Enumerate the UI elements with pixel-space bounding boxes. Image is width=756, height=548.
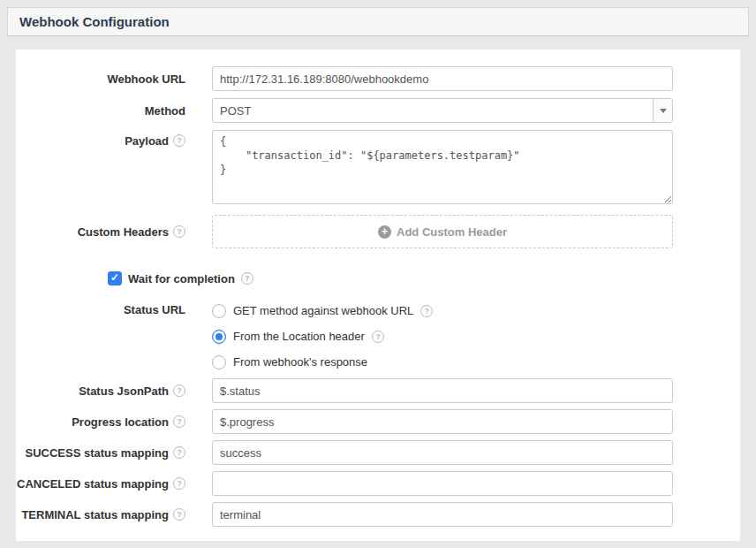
radio-button-icon[interactable] — [212, 330, 226, 344]
payload-label: Payload — [125, 134, 169, 148]
radio-button-icon[interactable] — [212, 304, 226, 318]
webhook-configuration-page: Webhook Configuration Webhook URL Method… — [0, 0, 756, 548]
status-jsonpath-label: Status JsonPath — [79, 384, 169, 398]
canceled-mapping-row: CANCELED status mapping ? — [16, 471, 740, 496]
custom-headers-row: Custom Headers ? + Add Custom Header — [16, 215, 740, 248]
help-icon[interactable]: ? — [173, 134, 185, 147]
method-select-value: POST — [220, 104, 251, 118]
status-jsonpath-row: Status JsonPath ? — [16, 378, 740, 403]
terminal-mapping-input[interactable] — [212, 502, 673, 527]
payload-textarea[interactable]: { "transaction_id": "${parameters.testpa… — [212, 130, 673, 204]
status-url-option-response[interactable]: From webhook's response — [212, 349, 673, 375]
payload-row: Payload ? { "transaction_id": "${paramet… — [16, 130, 740, 208]
status-url-option-response-label[interactable]: From webhook's response — [233, 355, 367, 369]
help-icon[interactable]: ? — [173, 446, 185, 459]
progress-location-label: Progress location — [72, 415, 169, 429]
wait-for-completion-label[interactable]: Wait for completion — [128, 272, 235, 285]
success-mapping-label: SUCCESS status mapping — [25, 446, 169, 460]
add-custom-header-label: Add Custom Header — [397, 225, 507, 239]
help-icon[interactable]: ? — [173, 225, 185, 238]
chevron-down-icon — [653, 99, 672, 122]
canceled-mapping-label: CANCELED status mapping — [17, 477, 169, 491]
help-icon[interactable]: ? — [173, 508, 185, 521]
add-custom-header-button[interactable]: + Add Custom Header — [378, 225, 507, 239]
radio-button-icon[interactable] — [212, 355, 226, 369]
help-icon[interactable]: ? — [173, 384, 185, 397]
status-jsonpath-input[interactable] — [212, 378, 673, 403]
progress-location-input[interactable] — [212, 409, 673, 434]
custom-headers-box: + Add Custom Header — [212, 215, 673, 248]
webhook-url-row: Webhook URL — [16, 66, 740, 91]
terminal-mapping-row: TERMINAL status mapping ? — [16, 502, 740, 527]
plus-icon: + — [378, 225, 391, 239]
help-icon[interactable]: ? — [173, 415, 185, 428]
page-title: Webhook Configuration — [19, 14, 170, 29]
webhook-url-input[interactable] — [212, 66, 673, 91]
status-url-option-location-label[interactable]: From the Location header — [233, 330, 365, 343]
terminal-mapping-label: TERMINAL status mapping — [21, 508, 169, 521]
status-url-option-location[interactable]: From the Location header ? — [212, 323, 673, 349]
help-icon[interactable]: ? — [420, 305, 433, 317]
help-icon[interactable]: ? — [372, 331, 384, 343]
wait-for-completion-row[interactable]: Wait for completion ? — [108, 270, 740, 287]
method-select[interactable]: POST — [212, 98, 673, 123]
panel-header: Webhook Configuration — [7, 7, 749, 36]
custom-headers-label: Custom Headers — [78, 225, 169, 239]
method-label: Method — [145, 104, 185, 118]
method-row: Method POST — [16, 98, 740, 123]
success-mapping-row: SUCCESS status mapping ? — [16, 440, 740, 465]
help-icon[interactable]: ? — [173, 477, 185, 490]
status-url-option-get[interactable]: GET method against webhook URL ? — [212, 298, 673, 323]
webhook-form-card: Webhook URL Method POST Payload ? — [16, 49, 740, 541]
wait-for-completion-checkbox[interactable] — [108, 271, 122, 285]
canceled-mapping-input[interactable] — [212, 471, 673, 496]
status-url-option-get-label[interactable]: GET method against webhook URL — [233, 304, 413, 317]
help-icon[interactable]: ? — [241, 272, 253, 285]
progress-location-row: Progress location ? — [16, 409, 740, 434]
success-mapping-input[interactable] — [212, 440, 673, 465]
status-url-row: Status URL GET method against webhook UR… — [16, 298, 740, 375]
webhook-url-label: Webhook URL — [107, 72, 185, 86]
status-url-label: Status URL — [124, 303, 185, 316]
